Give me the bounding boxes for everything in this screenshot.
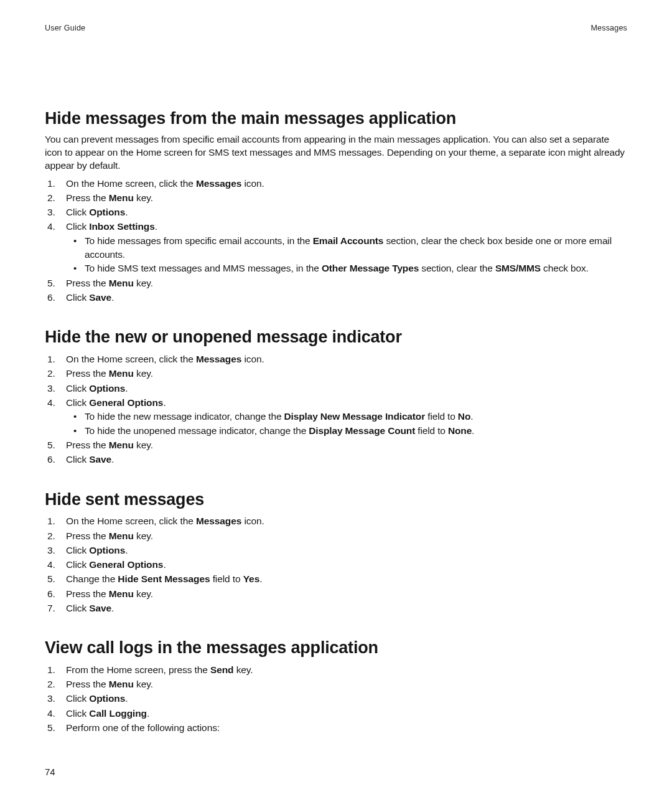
step-text: Click Save. <box>66 292 114 303</box>
bold-term: Messages <box>196 178 241 189</box>
bold-term: Options <box>89 383 125 394</box>
bold-term: Messages <box>196 516 241 526</box>
step-item: From the Home screen, press the Send key… <box>45 663 627 677</box>
bold-term: None <box>448 425 472 436</box>
section-heading: Hide messages from the main messages app… <box>45 108 627 130</box>
step-item: Perform one of the following actions: <box>45 720 627 735</box>
bold-term: Inbox Settings <box>89 221 154 232</box>
section-heading: Hide sent messages <box>45 489 627 511</box>
step-item: Click Options. <box>45 205 627 219</box>
bold-term: Other Message Types <box>322 263 419 273</box>
bold-term: Menu <box>109 440 134 450</box>
running-header: User Guide Messages <box>45 24 627 32</box>
step-text: Press the Menu key. <box>66 440 153 450</box>
step-item: Press the Menu key. <box>45 438 627 452</box>
step-text: Click General Options. <box>66 397 166 408</box>
step-item: Press the Menu key. <box>45 366 627 380</box>
step-text: Press the Menu key. <box>66 679 153 689</box>
bold-term: No <box>458 411 470 422</box>
step-text: Click Save. <box>66 603 114 613</box>
sub-item: To hide the unopened message indicator, … <box>66 424 627 438</box>
bold-term: Menu <box>109 368 134 379</box>
bold-term: Options <box>89 207 125 217</box>
section-heading: Hide the new or unopened message indicat… <box>45 327 627 348</box>
section: View call logs in the messages applicati… <box>45 638 627 735</box>
step-list: On the Home screen, click the Messages i… <box>45 176 627 305</box>
step-text: Click General Options. <box>66 559 166 570</box>
step-list: On the Home screen, click the Messages i… <box>45 352 627 466</box>
step-item: Change the Hide Sent Messages field to Y… <box>45 572 627 586</box>
bold-term: Save <box>89 603 111 613</box>
step-text: Click Options. <box>66 545 128 555</box>
bold-term: Send <box>210 664 234 675</box>
step-item: On the Home screen, click the Messages i… <box>45 176 627 191</box>
step-text: Press the Menu key. <box>66 588 153 599</box>
sub-item: To hide messages from specific email acc… <box>66 234 627 262</box>
page-number: 74 <box>45 767 55 777</box>
step-text: Perform one of the following actions: <box>66 722 220 733</box>
bold-term: Hide Sent Messages <box>118 573 210 584</box>
section: Hide sent messagesOn the Home screen, cl… <box>45 489 627 616</box>
step-text: Change the Hide Sent Messages field to Y… <box>66 573 262 584</box>
step-text: Click Inbox Settings. <box>66 221 157 232</box>
sub-item: To hide the new message indicator, chang… <box>66 410 627 423</box>
bold-term: Options <box>89 545 125 555</box>
step-text: Click Options. <box>66 693 128 704</box>
step-list: On the Home screen, click the Messages i… <box>45 514 627 615</box>
bold-term: SMS/MMS <box>495 263 541 273</box>
step-item: Click Options. <box>45 543 627 557</box>
step-item: Press the Menu key. <box>45 529 627 543</box>
sub-list: To hide the new message indicator, chang… <box>66 410 627 438</box>
sub-item: To hide SMS text messages and MMS messag… <box>66 262 627 275</box>
step-text: Press the Menu key. <box>66 278 153 288</box>
step-text: On the Home screen, click the Messages i… <box>66 516 264 526</box>
bold-term: Save <box>89 292 111 303</box>
bold-term: Menu <box>109 531 134 541</box>
bold-term: Menu <box>109 278 134 288</box>
step-text: Click Options. <box>66 207 128 217</box>
bold-term: Display Message Count <box>309 425 415 436</box>
step-text: From the Home screen, press the Send key… <box>66 664 253 675</box>
step-text: Click Save. <box>66 454 114 465</box>
step-text: Press the Menu key. <box>66 531 153 541</box>
step-text: Click Call Logging. <box>66 708 149 719</box>
bold-term: Display New Message Indicator <box>284 411 426 422</box>
section: Hide messages from the main messages app… <box>45 108 627 304</box>
step-item: Click Options. <box>45 381 627 395</box>
bold-term: Email Accounts <box>313 235 384 246</box>
step-item: Press the Menu key. <box>45 276 627 290</box>
step-list: From the Home screen, press the Send key… <box>45 663 627 735</box>
section-heading: View call logs in the messages applicati… <box>45 638 627 659</box>
bold-term: Options <box>89 693 125 704</box>
bold-term: Call Logging <box>89 708 147 719</box>
step-text: Press the Menu key. <box>66 368 153 379</box>
content-area: Hide messages from the main messages app… <box>45 108 627 735</box>
step-item: Click Call Logging. <box>45 706 627 720</box>
step-item: Click Options. <box>45 691 627 706</box>
bold-term: Yes <box>243 573 259 584</box>
step-item: Click Save. <box>45 290 627 304</box>
step-item: Click General Options.To hide the new me… <box>45 395 627 438</box>
sub-list: To hide messages from specific email acc… <box>66 234 627 276</box>
bold-term: General Options <box>89 397 163 408</box>
step-item: On the Home screen, click the Messages i… <box>45 352 627 366</box>
step-item: Press the Menu key. <box>45 191 627 205</box>
bold-term: Messages <box>196 354 241 364</box>
step-text: On the Home screen, click the Messages i… <box>66 178 264 189</box>
header-left: User Guide <box>45 24 85 32</box>
step-item: Click Inbox Settings.To hide messages fr… <box>45 219 627 276</box>
step-item: Click General Options. <box>45 557 627 572</box>
section-intro: You can prevent messages from specific e… <box>45 133 627 172</box>
bold-term: Menu <box>109 192 134 203</box>
step-text: On the Home screen, click the Messages i… <box>66 354 264 364</box>
step-item: Press the Menu key. <box>45 677 627 691</box>
step-item: Click Save. <box>45 452 627 466</box>
section: Hide the new or unopened message indicat… <box>45 327 627 466</box>
page-body: User Guide Messages Hide messages from t… <box>45 24 627 807</box>
bold-term: Menu <box>109 588 134 599</box>
bold-term: Menu <box>109 679 134 689</box>
step-text: Click Options. <box>66 383 128 394</box>
step-item: On the Home screen, click the Messages i… <box>45 514 627 528</box>
step-item: Press the Menu key. <box>45 587 627 601</box>
step-text: Press the Menu key. <box>66 192 153 203</box>
